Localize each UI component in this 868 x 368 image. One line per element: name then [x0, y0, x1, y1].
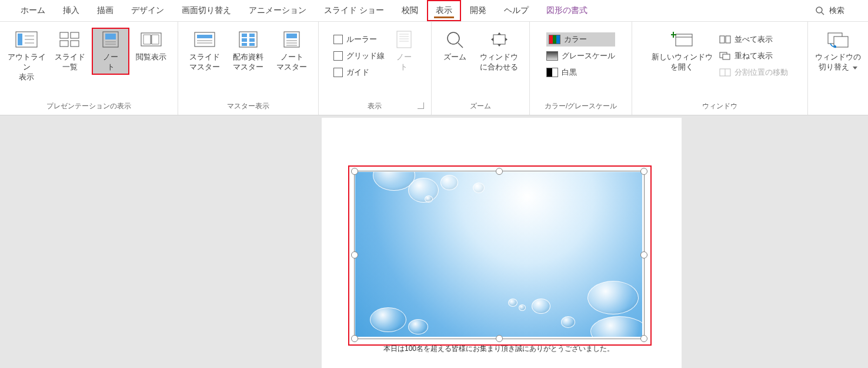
resize-handle[interactable]	[496, 168, 503, 175]
resize-handle[interactable]	[640, 251, 647, 258]
tab-developer[interactable]: 開発	[461, 0, 495, 21]
tab-review[interactable]: 校閲	[393, 0, 427, 21]
gridlines-checkbox[interactable]: グリッド線	[333, 49, 385, 63]
svg-rect-41	[676, 34, 692, 46]
notes-view-button[interactable]: ノー ト	[92, 28, 129, 75]
reading-view-button[interactable]: 閲覧表示	[129, 28, 173, 65]
zoom-button[interactable]: ズーム	[436, 28, 474, 65]
guides-checkbox[interactable]: ガイド	[333, 65, 385, 79]
resize-handle[interactable]	[351, 168, 358, 175]
new-window-button[interactable]: 新しいウィンドウ を開く	[649, 28, 716, 75]
tab-slideshow[interactable]: スライド ショー	[315, 0, 393, 21]
svg-rect-8	[71, 32, 79, 38]
group-switch-window: ウィンドウの 切り替え	[808, 22, 868, 115]
svg-rect-23	[249, 34, 255, 37]
cascade-icon	[719, 52, 731, 60]
outline-view-icon	[15, 30, 38, 49]
cascade-button[interactable]: 重ねて表示	[719, 49, 788, 63]
svg-rect-40	[493, 35, 505, 44]
svg-rect-24	[242, 38, 247, 42]
slide-master-button[interactable]: スライド マスター	[183, 28, 226, 75]
ruler-checkbox[interactable]: ルーラー	[333, 32, 385, 47]
checkbox-icon	[333, 51, 343, 61]
group-label-window: ウィンドウ	[637, 99, 803, 115]
reading-view-icon	[140, 30, 162, 49]
svg-point-38	[448, 32, 459, 44]
new-window-icon	[671, 30, 693, 49]
grayscale-mode-button[interactable]: グレースケール	[546, 49, 615, 63]
search-box[interactable]: 検索	[815, 5, 856, 16]
notes-text[interactable]: 本日は100名を超える皆様にお集まり頂き誠にありがとうございました。	[354, 344, 643, 354]
tab-design[interactable]: デザイン	[122, 0, 173, 21]
svg-rect-18	[197, 35, 212, 38]
notes-master-button[interactable]: ノート マスター	[270, 28, 313, 75]
arrange-all-button[interactable]: 並べて表示	[719, 32, 788, 47]
bw-swatch-icon	[546, 68, 558, 77]
zoom-icon	[444, 30, 466, 49]
move-split-icon	[719, 68, 731, 77]
handout-master-button[interactable]: 配布資料 マスター	[226, 28, 270, 75]
svg-rect-33	[397, 31, 411, 48]
slide-content-image	[355, 172, 642, 337]
dialog-launcher-icon[interactable]	[418, 102, 424, 109]
workspace: 本日は100名を超える皆様にお集まり頂き誠にありがとうございました。	[0, 115, 868, 368]
svg-rect-9	[60, 41, 68, 47]
notes-page-icon	[393, 30, 415, 49]
tab-home[interactable]: ホーム	[12, 0, 54, 21]
notes-view-icon	[99, 30, 122, 49]
svg-rect-22	[242, 34, 247, 37]
fit-window-button[interactable]: ウィンドウ に合わせる	[474, 28, 525, 75]
svg-rect-52	[834, 37, 848, 47]
group-label-show: 表示	[323, 99, 426, 115]
svg-rect-46	[726, 36, 730, 43]
tab-draw[interactable]: 描画	[88, 0, 122, 21]
move-split-button: 分割位置の移動	[719, 65, 788, 79]
group-master-views: スライド マスター 配布資料 マスター ノート マスター マスター表示	[178, 22, 319, 115]
notes-toggle-button[interactable]: ノー ト	[388, 28, 420, 75]
resize-handle[interactable]	[351, 335, 358, 342]
ribbon-tabs: ホーム 挿入 描画 デザイン 画面切り替え アニメーション スライド ショー 校…	[0, 0, 868, 22]
slide-master-icon	[193, 30, 216, 49]
outline-view-button[interactable]: アウトライン 表示	[5, 28, 48, 85]
tab-transition[interactable]: 画面切り替え	[173, 0, 240, 21]
svg-rect-12	[105, 34, 116, 39]
switch-windows-icon	[827, 30, 849, 49]
color-mode-button[interactable]: カラー	[546, 32, 615, 47]
svg-point-0	[816, 7, 822, 13]
resize-handle[interactable]	[496, 335, 503, 342]
ribbon: アウトライン 表示 スライド 一覧 ノー ト 閲覧表示 プレゼ	[0, 22, 868, 115]
svg-rect-48	[723, 54, 730, 59]
svg-rect-26	[242, 43, 247, 46]
resize-handle[interactable]	[640, 168, 647, 175]
svg-rect-3	[18, 34, 22, 45]
resize-handle[interactable]	[640, 335, 647, 342]
group-label-zoom: ズーム	[436, 99, 525, 115]
group-window: 新しいウィンドウ を開く 並べて表示 重ねて表示 分割位置の移動 ウィンドウ	[632, 22, 808, 115]
group-show: ルーラー グリッド線 ガイド ノー ト 表示	[319, 22, 432, 115]
search-icon	[815, 6, 824, 15]
svg-rect-17	[195, 32, 215, 47]
checkbox-icon	[333, 35, 343, 44]
svg-rect-7	[60, 32, 68, 38]
group-zoom: ズーム ウィンドウ に合わせる ズーム	[432, 22, 530, 115]
group-color: カラー グレースケール 白黒 カラー/グレースケール	[530, 22, 633, 115]
slide-sorter-icon	[59, 30, 81, 49]
tab-insert[interactable]: 挿入	[54, 0, 88, 21]
chevron-down-icon	[853, 67, 857, 69]
tab-shape-format[interactable]: 図形の書式	[538, 0, 596, 21]
group-label-master-views: マスター表示	[183, 99, 313, 115]
tab-animation[interactable]: アニメーション	[240, 0, 315, 21]
resize-handle[interactable]	[351, 251, 358, 258]
tab-view[interactable]: 表示	[427, 0, 461, 21]
svg-rect-25	[249, 38, 255, 42]
handout-master-icon	[237, 30, 259, 49]
svg-rect-29	[286, 34, 297, 38]
color-swatch-icon	[549, 35, 560, 44]
svg-rect-27	[249, 43, 255, 46]
arrange-icon	[719, 35, 731, 44]
switch-windows-button[interactable]: ウィンドウの 切り替え	[813, 28, 863, 75]
group-label-color: カラー/グレースケール	[535, 99, 627, 115]
tab-help[interactable]: ヘルプ	[495, 0, 538, 21]
slide-sorter-button[interactable]: スライド 一覧	[48, 28, 92, 75]
bw-mode-button[interactable]: 白黒	[546, 65, 615, 79]
